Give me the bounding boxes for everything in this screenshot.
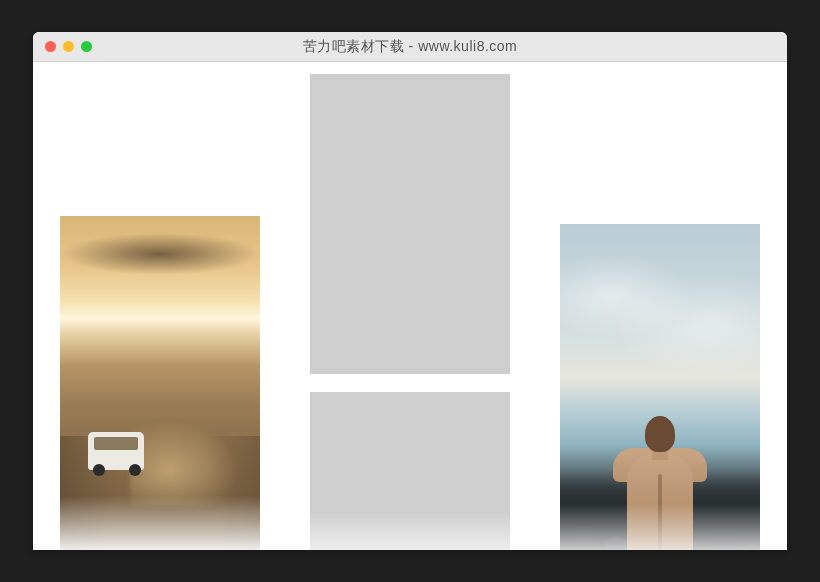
van-icon — [88, 432, 146, 482]
traffic-lights — [33, 41, 92, 52]
gallery-card-placeholder-2[interactable] — [310, 392, 510, 550]
fade-overlay — [310, 512, 510, 550]
dust-cloud — [130, 416, 260, 506]
maximize-icon[interactable] — [81, 41, 92, 52]
fade-overlay — [60, 496, 260, 550]
close-icon[interactable] — [45, 41, 56, 52]
fade-overlay — [560, 504, 760, 550]
minimize-icon[interactable] — [63, 41, 74, 52]
titlebar: 苦力吧素材下载 - www.kuli8.com — [33, 32, 787, 62]
browser-window: 苦力吧素材下载 - www.kuli8.com — [33, 32, 787, 550]
gallery-column-3 — [560, 74, 760, 550]
gallery-card-placeholder-1[interactable] — [310, 74, 510, 374]
gallery-column-1 — [60, 74, 260, 550]
gallery-column-2 — [310, 74, 510, 550]
clouds — [560, 254, 760, 394]
gallery-columns — [33, 62, 787, 550]
gallery-card-desert-van[interactable] — [60, 216, 260, 550]
window-title: 苦力吧素材下载 - www.kuli8.com — [33, 38, 787, 56]
content-area — [33, 62, 787, 550]
gallery-card-man-ocean[interactable] — [560, 224, 760, 550]
